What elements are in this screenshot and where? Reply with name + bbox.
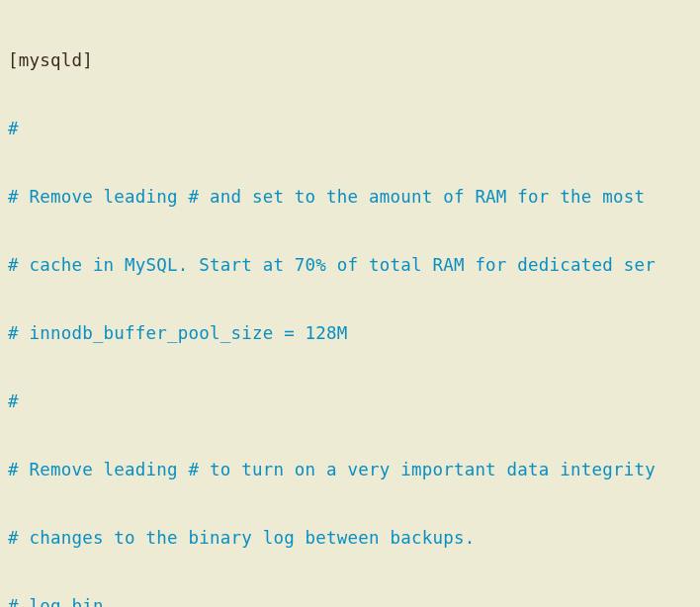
comment-line: # changes to the binary log between back… — [8, 528, 475, 548]
comment-log-bin: # log_bin — [8, 596, 104, 607]
comment-line: # Remove leading # to turn on a very imp… — [8, 460, 656, 479]
comment-line: # — [8, 391, 19, 411]
comment-line: # cache in MySQL. Start at 70% of total … — [8, 255, 656, 275]
comment-line: # Remove leading # and set to the amount… — [8, 187, 656, 207]
comment-innodb-buffer-pool-size: # innodb_buffer_pool_size = 128M — [8, 323, 348, 343]
config-editor: [mysqld] # # Remove leading # and set to… — [0, 0, 700, 607]
ini-section-mysqld: [mysqld] — [8, 50, 93, 70]
comment-line: # — [8, 119, 19, 138]
